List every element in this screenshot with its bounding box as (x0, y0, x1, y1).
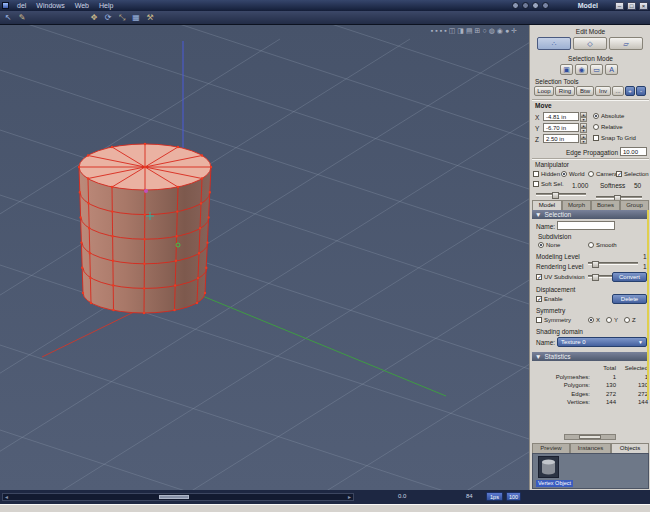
viewport-grid-icon-1[interactable]: ▤ (466, 27, 473, 35)
camera-icon[interactable] (532, 2, 539, 9)
edit-mode-polygons-button[interactable]: ▱ (609, 37, 643, 50)
viewport-style-icon-4[interactable]: ▪ (444, 27, 446, 35)
move-z-field[interactable]: 2.50 in (543, 134, 579, 143)
loop-button[interactable]: Loop (534, 86, 554, 96)
edge-propagation-field[interactable]: 10.00 (620, 147, 647, 156)
list-item[interactable]: Vertex Object (536, 480, 573, 487)
relative-radio[interactable]: Relative (593, 124, 623, 130)
edit-mode-edges-button[interactable]: ◇ (573, 37, 607, 50)
hidden-checkbox[interactable]: Hidden (533, 171, 560, 177)
symmetry-x-radio[interactable]: X (588, 317, 600, 323)
viewport-style-icon-2[interactable]: ▪ (435, 27, 437, 35)
name-input[interactable] (557, 221, 615, 230)
soft-sel-checkbox[interactable]: Soft Sel. (533, 181, 564, 187)
delete-button[interactable]: Delete (612, 294, 647, 304)
maximize-button[interactable]: □ (627, 2, 636, 10)
world-radio[interactable]: World (561, 171, 585, 177)
snap-to-grid-checkbox[interactable]: Snap To Grid (593, 135, 636, 141)
subdivision-none-radio[interactable]: None (538, 242, 560, 248)
globe-icon[interactable] (522, 2, 529, 9)
spinner-down-icon[interactable]: ▾ (580, 128, 587, 133)
subdivision-smooth-radio[interactable]: Smooth (588, 242, 617, 248)
object-thumbnail[interactable] (538, 456, 559, 478)
grid-tool-icon[interactable]: ▦ (130, 12, 142, 23)
soft-sel-slider[interactable] (536, 193, 586, 196)
move-x-field[interactable]: -4.81 in (543, 112, 579, 121)
slider-thumb[interactable] (552, 192, 559, 199)
convert-button[interactable]: Convert (612, 272, 647, 282)
viewport-3d[interactable]: ▪ ▪ ▪ ▪ ◫ ◨ ▤ ⊞ ○ ◍ ◉ ● ✛ (0, 25, 529, 490)
viewport-shade-icon-1[interactable]: ◫ (449, 27, 456, 35)
fps-button[interactable]: 1ps (486, 492, 503, 501)
viewport-canvas[interactable] (0, 25, 529, 490)
scroll-left-icon[interactable]: ◄ (4, 494, 9, 501)
selection-mode-remove-button[interactable]: ▭ (590, 64, 603, 75)
viewport-cross-icon[interactable]: ✛ (511, 27, 517, 35)
selection-mode-auto-button[interactable]: A (605, 64, 618, 75)
between-button[interactable]: Btw (576, 86, 594, 96)
select-tool-icon[interactable]: ↖ (2, 12, 14, 23)
tab-group[interactable]: Group (620, 200, 649, 210)
shrink-button[interactable]: - (636, 86, 646, 96)
uv-subdivision-checkbox[interactable]: UV Subdivision (536, 274, 585, 280)
viewport-circle-icon-4[interactable]: ● (505, 27, 509, 35)
close-button[interactable]: × (639, 2, 648, 10)
more-button[interactable]: ... (612, 86, 624, 96)
falloff-tool-icon[interactable]: ⚒ (144, 12, 156, 23)
viewport-circle-icon-3[interactable]: ◉ (497, 27, 503, 35)
viewport-style-icon-3[interactable]: ▪ (440, 27, 442, 35)
move-tool-icon[interactable]: ✥ (88, 12, 100, 23)
selection-mode-set-button[interactable]: ▣ (560, 64, 573, 75)
symmetry-checkbox[interactable]: Symmetry (536, 317, 571, 323)
settings-icon[interactable] (542, 2, 549, 9)
tab-morph[interactable]: Morph (562, 200, 591, 210)
scrollbar-thumb[interactable] (159, 495, 189, 499)
viewport-shade-icon-2[interactable]: ◨ (457, 27, 464, 35)
panel-mini-scrollbar[interactable] (564, 434, 616, 440)
rotate-tool-icon[interactable]: ⟳ (102, 12, 114, 23)
move-x-spinner[interactable]: ▴▾ (580, 112, 587, 121)
invert-button[interactable]: Inv (595, 86, 611, 96)
scroll-right-icon[interactable]: ► (347, 494, 352, 501)
statistics-section-header[interactable]: ▼Statistics (532, 352, 649, 361)
slider-thumb[interactable] (592, 274, 599, 281)
slider-thumb[interactable] (592, 261, 599, 268)
absolute-radio[interactable]: Absolute (593, 113, 624, 119)
tab-preview[interactable]: Preview (532, 443, 570, 453)
spinner-down-icon[interactable]: ▾ (580, 139, 587, 144)
tab-bones[interactable]: Bones (591, 200, 620, 210)
tab-instances[interactable]: Instances (570, 443, 611, 453)
move-y-field[interactable]: -6.70 in (543, 123, 579, 132)
selection-mode-add-button[interactable]: ◉ (575, 64, 588, 75)
move-z-spinner[interactable]: ▴▾ (580, 134, 587, 143)
minimize-button[interactable]: – (615, 2, 624, 10)
viewport-circle-icon-2[interactable]: ◍ (489, 27, 495, 35)
shading-name-dropdown[interactable]: Texture 0▼ (557, 337, 647, 347)
layout-icon[interactable] (512, 2, 519, 9)
selection-checkbox[interactable]: Selection (616, 171, 649, 177)
scrollbar-thumb[interactable] (579, 435, 601, 439)
move-y-spinner[interactable]: ▴▾ (580, 123, 587, 132)
scale-tool-icon[interactable]: ⤡ (116, 12, 128, 23)
edit-mode-vertices-button[interactable]: ∴ (537, 37, 571, 50)
enable-checkbox[interactable]: Enable (536, 296, 563, 302)
tab-objects[interactable]: Objects (611, 443, 649, 453)
horizontal-scrollbar[interactable]: ◄ ► (2, 493, 354, 501)
viewport-circle-icon-1[interactable]: ○ (482, 27, 486, 35)
menu-model[interactable]: del (12, 0, 31, 11)
softness-slider[interactable] (596, 196, 642, 199)
camera-radio[interactable]: Camera (588, 171, 617, 177)
selection-section-header[interactable]: ▼Selection (532, 210, 649, 219)
viewport-grid-icon-2[interactable]: ⊞ (475, 27, 481, 35)
menu-web[interactable]: Web (70, 0, 94, 11)
modeling-level-slider[interactable] (588, 262, 638, 265)
menu-windows[interactable]: Windows (31, 0, 69, 11)
range-button[interactable]: 100 (506, 492, 521, 501)
ring-button[interactable]: Ring (555, 86, 575, 96)
draw-tool-icon[interactable]: ✎ (16, 12, 28, 23)
viewport-style-icon-1[interactable]: ▪ (431, 27, 433, 35)
spinner-down-icon[interactable]: ▾ (580, 117, 587, 122)
symmetry-y-radio[interactable]: Y (606, 317, 618, 323)
expand-button[interactable]: + (625, 86, 635, 96)
symmetry-z-radio[interactable]: Z (624, 317, 636, 323)
